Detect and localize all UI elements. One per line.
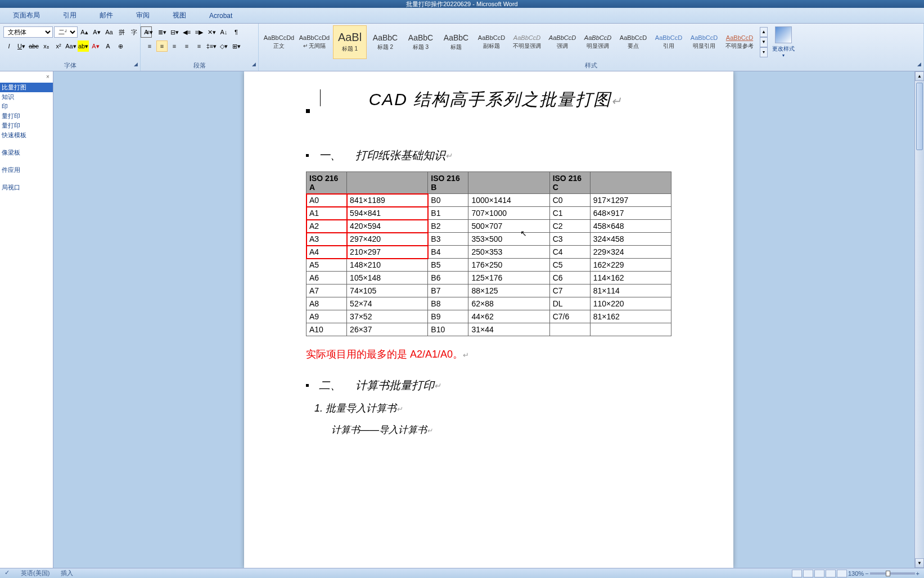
increase-indent-button[interactable]: ≡▶ — [193, 26, 205, 38]
scroll-thumb[interactable] — [916, 83, 923, 150]
vertical-scrollbar[interactable]: ▲ ▼ — [914, 71, 924, 568]
enclosed-button[interactable]: ⊕ — [115, 40, 126, 52]
font-color-button[interactable]: A▾ — [90, 40, 101, 52]
style-要点[interactable]: AaBbCcD要点 — [616, 25, 650, 59]
grow-font-button[interactable]: A▴ — [79, 26, 90, 38]
distribute-button[interactable]: ≡ — [193, 40, 205, 52]
style-scroll-up[interactable]: ▲ — [760, 27, 768, 37]
table-cell: A8 — [307, 297, 347, 310]
show-marks-button[interactable]: ¶ — [231, 26, 242, 38]
multilevel-button[interactable]: ⊟▾ — [169, 26, 180, 38]
paper-size-table: ISO 216 AISO 216 BISO 216 C A0841×1189B0… — [306, 171, 671, 336]
highlight-button[interactable]: ab▾ — [78, 40, 89, 52]
document-area[interactable]: CAD 结构高手系列之批量打图↵ 一、 打印纸张基础知识↵ ↖ ISO 216 … — [53, 71, 924, 568]
style-引用[interactable]: AaBbCcD引用 — [652, 25, 686, 59]
table-cell: A6 — [307, 272, 347, 285]
styles-group: AaBbCcDd正文AaBbCcDd↵ 无间隔AaBl标题 1AaBbC标题 2… — [259, 24, 924, 71]
tab-view[interactable]: 视图 — [168, 8, 191, 22]
change-styles-button[interactable]: 更改样式▾ — [769, 25, 797, 59]
heading-1: 一、 打印纸张基础知识↵ — [306, 148, 671, 163]
scroll-down-button[interactable]: ▼ — [915, 558, 924, 568]
underline-button[interactable]: U▾ — [16, 40, 27, 52]
style-标题 3[interactable]: AaBbC标题 3 — [404, 25, 438, 59]
table-cell: DL — [549, 297, 590, 310]
tab-acrobat[interactable]: Acrobat — [205, 10, 237, 22]
style-标题[interactable]: AaBbC标题 — [439, 25, 473, 59]
table-cell: B9 — [428, 310, 468, 323]
font-name-select[interactable]: 文档体 — [3, 26, 53, 38]
styles-group-label: 样式◢ — [259, 60, 923, 71]
style-不明显参考[interactable]: AaBbCcD不明显参考 — [723, 25, 756, 59]
table-header — [590, 172, 671, 194]
clear-format-button[interactable]: Aa — [103, 26, 115, 38]
style-正文[interactable]: AaBbCcDd正文 — [262, 25, 296, 59]
decrease-indent-button[interactable]: ◀≡ — [181, 26, 192, 38]
tab-review[interactable]: 审阅 — [132, 8, 154, 22]
justify-button[interactable]: ≡ — [181, 40, 192, 52]
align-right-button[interactable]: ≡ — [169, 40, 180, 52]
style-强调[interactable]: AaBbCcD强调 — [546, 25, 579, 59]
nav-item-4[interactable]: 量打印 — [0, 121, 53, 130]
nav-item-3[interactable]: 量打印 — [0, 111, 53, 121]
strike-button[interactable]: abc — [28, 40, 39, 52]
nav-item-0[interactable]: 比量打图 — [0, 83, 53, 92]
table-cell: C2 — [549, 220, 590, 233]
style-标题 2[interactable]: AaBbC标题 2 — [368, 25, 402, 59]
nav-item-6[interactable]: 像梁板 — [0, 148, 53, 157]
nav-item-2[interactable]: 印 — [0, 102, 53, 111]
table-cell: C5 — [549, 259, 590, 272]
nav-item-8[interactable]: 局视口 — [0, 183, 53, 192]
para-expand-icon[interactable]: ◢ — [252, 61, 256, 67]
scroll-up-button[interactable]: ▲ — [915, 71, 924, 81]
style-明显强调[interactable]: AaBbCcD明显强调 — [581, 25, 615, 59]
nav-item-7[interactable]: 件应用 — [0, 165, 53, 175]
ribbon: 文档体 二号 A▴ A▾ Aa 拼 字 A I U▾ abc x₂ x² Aa▾… — [0, 24, 924, 71]
tab-references[interactable]: 引用 — [58, 8, 81, 22]
style-标题 1[interactable]: AaBl标题 1 — [333, 25, 367, 59]
borders-button[interactable]: ⊞▾ — [231, 40, 242, 52]
style-expand[interactable]: ▾ — [760, 47, 768, 57]
table-row: A1026×37B1031×44 — [307, 323, 671, 336]
asian-layout-button[interactable]: ✕▾ — [206, 26, 217, 38]
bullets-button[interactable]: ≡▾ — [144, 26, 155, 38]
table-cell: 648×917 — [590, 207, 671, 220]
shading-button[interactable]: ◇▾ — [218, 40, 229, 52]
subscript-button[interactable]: x₂ — [40, 40, 52, 52]
font-size-select[interactable]: 二号 — [54, 26, 78, 38]
char-border-button[interactable]: 字 — [128, 26, 139, 38]
table-cell: 44×62 — [468, 310, 549, 323]
title-bullet-icon — [306, 109, 310, 113]
phonetic-button[interactable]: 拼 — [116, 26, 127, 38]
font-group-label: 字体◢ — [0, 60, 140, 71]
italic-button[interactable]: I — [3, 40, 15, 52]
table-cell: 105×148 — [347, 272, 428, 285]
style-不明显强调[interactable]: AaBbCcD不明显强调 — [510, 25, 544, 59]
page[interactable]: CAD 结构高手系列之批量打图↵ 一、 打印纸张基础知识↵ ↖ ISO 216 … — [244, 71, 733, 568]
styles-expand-icon[interactable]: ◢ — [917, 61, 921, 67]
tab-mailings[interactable]: 邮件 — [95, 8, 118, 22]
align-center-button[interactable]: ≡ — [156, 40, 168, 52]
superscript-button[interactable]: x² — [53, 40, 64, 52]
style-无间隔[interactable]: AaBbCcDd↵ 无间隔 — [298, 25, 331, 59]
shrink-font-button[interactable]: A▾ — [91, 26, 102, 38]
table-cell: A4 — [307, 246, 347, 259]
style-scroll-down[interactable]: ▼ — [760, 37, 768, 47]
change-case-button[interactable]: Aa▾ — [65, 40, 76, 52]
navigation-panel: × 比量打图 知识 印 量打印 量打印 快速模板 像梁板 件应用 局视口 — [0, 71, 53, 568]
nav-close-button[interactable]: × — [44, 73, 52, 80]
font-expand-icon[interactable]: ◢ — [134, 61, 138, 67]
style-明显引用[interactable]: AaBbCcD明显引用 — [687, 25, 721, 59]
nav-item-1[interactable]: 知识 — [0, 92, 53, 102]
style-副标题[interactable]: AaBbCcD副标题 — [475, 25, 508, 59]
sort-button[interactable]: A↓ — [218, 26, 229, 38]
table-cell: B5 — [428, 259, 468, 272]
numbering-button[interactable]: ≣▾ — [156, 26, 168, 38]
tab-layout[interactable]: 页面布局 — [8, 8, 44, 22]
table-header — [468, 172, 549, 194]
table-cell — [549, 323, 590, 336]
align-left-button[interactable]: ≡ — [144, 40, 155, 52]
char-shading-button[interactable]: A — [102, 40, 114, 52]
nav-item-5[interactable]: 快速模板 — [0, 130, 53, 140]
ribbon-tabs: 页面布局 引用 邮件 审阅 视图 Acrobat — [0, 8, 924, 24]
line-spacing-button[interactable]: ‡≡▾ — [206, 40, 217, 52]
